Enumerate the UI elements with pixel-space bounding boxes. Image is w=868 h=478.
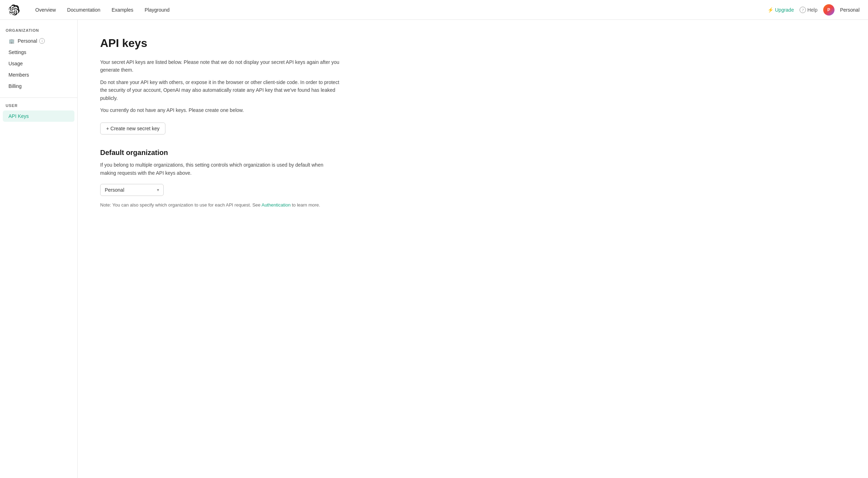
default-org-title: Default organization: [100, 149, 372, 157]
help-icon: ?: [800, 7, 806, 13]
nav-overview[interactable]: Overview: [31, 5, 60, 15]
sidebar-item-personal[interactable]: 🏢 Personal i: [3, 35, 74, 47]
openai-logo[interactable]: [8, 4, 20, 16]
nav-documentation[interactable]: Documentation: [63, 5, 104, 15]
sidebar-item-billing[interactable]: Billing: [3, 80, 74, 92]
settings-label: Settings: [8, 49, 26, 55]
note-prefix: Note: You can also specify which organiz…: [100, 202, 261, 208]
note-suffix: to learn more.: [291, 202, 320, 208]
nav-links: Overview Documentation Examples Playgrou…: [31, 5, 756, 15]
api-keys-warning: Do not share your API key with others, o…: [100, 78, 340, 102]
sidebar-item-settings[interactable]: Settings: [3, 47, 74, 58]
members-label: Members: [8, 72, 29, 78]
default-org-description: If you belong to multiple organizations,…: [100, 161, 340, 177]
api-keys-description-1: Your secret API keys are listed below. P…: [100, 58, 340, 74]
no-keys-text: You currently do not have any API keys. …: [100, 106, 340, 114]
create-secret-key-button[interactable]: + Create new secret key: [100, 123, 165, 135]
sidebar: ORGANIZATION 🏢 Personal i Settings Usage…: [0, 20, 78, 478]
page-layout: ORGANIZATION 🏢 Personal i Settings Usage…: [0, 20, 868, 478]
org-select-value: Personal: [105, 187, 124, 193]
sidebar-item-usage[interactable]: Usage: [3, 58, 74, 69]
authentication-link[interactable]: Authentication: [261, 202, 290, 208]
page-title: API keys: [100, 37, 372, 50]
usage-label: Usage: [8, 61, 23, 66]
chevron-down-icon: ▾: [157, 187, 159, 192]
top-navigation: Overview Documentation Examples Playgrou…: [0, 0, 868, 20]
nav-playground[interactable]: Playground: [140, 5, 174, 15]
api-keys-label: API Keys: [8, 113, 29, 119]
note-text: Note: You can also specify which organiz…: [100, 202, 340, 209]
nav-right: ⚡ Upgrade ? Help P Personal: [767, 4, 860, 16]
org-section-label: ORGANIZATION: [0, 28, 77, 35]
sidebar-personal-label: Personal: [18, 38, 37, 44]
building-icon: 🏢: [8, 38, 15, 44]
sidebar-divider: [0, 97, 77, 98]
lightning-icon: ⚡: [767, 7, 773, 13]
sidebar-item-api-keys[interactable]: API Keys: [3, 110, 74, 122]
personal-nav-label[interactable]: Personal: [840, 7, 860, 13]
billing-label: Billing: [8, 83, 22, 89]
upgrade-button[interactable]: ⚡ Upgrade: [767, 7, 794, 13]
sidebar-item-members[interactable]: Members: [3, 69, 74, 80]
avatar-label: P: [827, 7, 830, 12]
nav-examples[interactable]: Examples: [108, 5, 138, 15]
user-section-label: USER: [0, 103, 77, 110]
avatar[interactable]: P: [823, 4, 834, 16]
main-content: API keys Your secret API keys are listed…: [78, 20, 395, 478]
help-button[interactable]: ? Help: [800, 7, 818, 13]
info-icon[interactable]: i: [39, 38, 45, 44]
org-select-dropdown[interactable]: Personal ▾: [100, 184, 164, 196]
